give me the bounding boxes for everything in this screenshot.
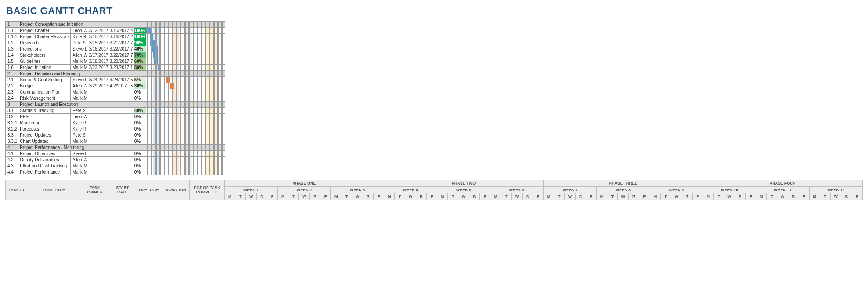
cell-due[interactable]: 3/22/2017 — [109, 58, 130, 65]
cell-id[interactable]: 2.3 — [6, 89, 18, 95]
cell-due[interactable]: 3/28/2017 — [109, 77, 130, 83]
cell-due[interactable] — [109, 157, 130, 163]
cell-day[interactable] — [224, 157, 225, 163]
cell-pct[interactable]: 60% — [134, 58, 146, 65]
cell-pct[interactable]: 90% — [134, 40, 146, 46]
cell-day[interactable] — [224, 40, 225, 46]
cell-title[interactable]: Project Conception and Initiation — [18, 22, 146, 28]
cell-id[interactable]: 3.2 — [6, 114, 18, 120]
cell-owner[interactable]: Pete S — [70, 108, 88, 114]
cell-day[interactable] — [224, 77, 225, 83]
cell-due[interactable] — [109, 95, 130, 102]
cell-id[interactable]: 2 — [6, 71, 18, 77]
cell-day[interactable] — [224, 46, 225, 52]
cell-due[interactable] — [109, 132, 130, 138]
cell-due[interactable]: 3/22/2017 — [109, 52, 130, 58]
cell-title[interactable]: Project Launch and Execution — [18, 102, 146, 108]
cell-day[interactable] — [224, 58, 225, 65]
cell-due[interactable]: 3/15/2017 — [109, 28, 130, 34]
cell-owner[interactable]: Malik M — [70, 58, 88, 65]
cell-day[interactable] — [224, 126, 225, 132]
cell-title[interactable]: Project Objectives — [18, 151, 70, 157]
cell-title[interactable]: Research — [18, 40, 70, 46]
cell-owner[interactable]: Kylie R — [70, 34, 88, 40]
cell-day[interactable] — [224, 52, 225, 58]
cell-start[interactable] — [88, 132, 109, 138]
cell-pct[interactable]: 50% — [134, 65, 146, 71]
cell-duration[interactable]: 7 — [130, 52, 134, 58]
cell-title[interactable]: Quality Deliverables — [18, 157, 70, 163]
cell-start[interactable]: 3/15/2017 — [88, 34, 109, 40]
cell-id[interactable]: 4.4 — [6, 169, 18, 175]
cell-duration[interactable]: 7 — [130, 58, 134, 65]
cell-id[interactable]: 3 — [6, 102, 18, 108]
cell-owner[interactable]: Malik M — [70, 163, 88, 169]
cell-pct[interactable]: 0% — [134, 151, 146, 157]
cell-due[interactable] — [109, 169, 130, 175]
cell-id[interactable]: 1.5 — [6, 58, 18, 65]
cell-duration[interactable]: 5 — [130, 77, 134, 83]
cell-start[interactable]: 3/29/2017 — [88, 83, 109, 89]
cell-due[interactable] — [109, 138, 130, 145]
cell-duration[interactable] — [130, 114, 134, 120]
cell-day[interactable] — [224, 145, 225, 151]
cell-due[interactable] — [109, 151, 130, 157]
cell-id[interactable]: 3.2.2 — [6, 126, 18, 132]
cell-title[interactable]: Project Performance — [18, 169, 70, 175]
cell-duration[interactable] — [130, 163, 134, 169]
cell-id[interactable]: 2.1 — [6, 77, 18, 83]
cell-owner[interactable]: Allen W — [70, 83, 88, 89]
cell-owner[interactable]: Malik M — [70, 95, 88, 102]
cell-pct[interactable]: 0% — [134, 157, 146, 163]
cell-day[interactable] — [224, 71, 225, 77]
cell-owner[interactable]: Malik M — [70, 89, 88, 95]
cell-pct[interactable]: 5% — [134, 77, 146, 83]
cell-id[interactable]: 3.3.1 — [6, 138, 18, 145]
cell-owner[interactable]: Steve L — [70, 77, 88, 83]
cell-start[interactable] — [88, 89, 109, 95]
cell-title[interactable]: Scope & Goal Setting — [18, 77, 70, 83]
cell-title[interactable]: Budget — [18, 83, 70, 89]
cell-owner[interactable]: Pete S — [70, 40, 88, 46]
cell-pct[interactable]: 40% — [134, 46, 146, 52]
cell-pct[interactable]: 0% — [134, 89, 146, 95]
cell-id[interactable]: 4 — [6, 145, 18, 151]
cell-start[interactable] — [88, 114, 109, 120]
cell-title[interactable]: Stakeholders — [18, 52, 70, 58]
cell-title[interactable]: Forecasts — [18, 126, 70, 132]
cell-start[interactable] — [88, 138, 109, 145]
cell-day[interactable] — [224, 169, 225, 175]
cell-due[interactable]: 3/22/2017 — [109, 46, 130, 52]
cell-pct[interactable]: 70% — [134, 52, 146, 58]
cell-title[interactable]: Project Updates — [18, 132, 70, 138]
cell-pct[interactable]: 100% — [134, 28, 146, 34]
cell-pct[interactable]: 0% — [134, 120, 146, 126]
cell-title[interactable]: Project Charter — [18, 28, 70, 34]
cell-title[interactable]: Project Performance / Monitoring — [18, 145, 146, 151]
cell-title[interactable]: Status & Tracking — [18, 108, 70, 114]
cell-duration[interactable]: 7 — [130, 40, 134, 46]
cell-title[interactable]: KPIs — [18, 114, 70, 120]
cell-start[interactable] — [88, 108, 109, 114]
cell-day[interactable] — [224, 151, 225, 157]
cell-day[interactable] — [224, 22, 225, 28]
cell-duration[interactable]: 1 — [130, 65, 134, 71]
cell-duration[interactable] — [130, 169, 134, 175]
cell-owner[interactable]: Leon W — [70, 114, 88, 120]
cell-day[interactable] — [224, 89, 225, 95]
cell-duration[interactable]: 2 — [130, 34, 134, 40]
cell-title[interactable]: Communication Plan — [18, 89, 70, 95]
cell-id[interactable]: 1.6 — [6, 65, 18, 71]
cell-day[interactable] — [224, 28, 225, 34]
cell-day[interactable] — [224, 163, 225, 169]
cell-id[interactable]: 1.3 — [6, 46, 18, 52]
cell-pct[interactable]: 0% — [134, 132, 146, 138]
cell-title[interactable]: Risk Management — [18, 95, 70, 102]
cell-duration[interactable]: 5 — [130, 83, 134, 89]
cell-start[interactable] — [88, 120, 109, 126]
cell-title[interactable]: Project Charter Revisions — [18, 34, 70, 40]
cell-title[interactable]: Chart Updates — [18, 138, 70, 145]
cell-due[interactable] — [109, 126, 130, 132]
cell-start[interactable]: 3/23/2017 — [88, 65, 109, 71]
cell-day[interactable] — [224, 108, 225, 114]
